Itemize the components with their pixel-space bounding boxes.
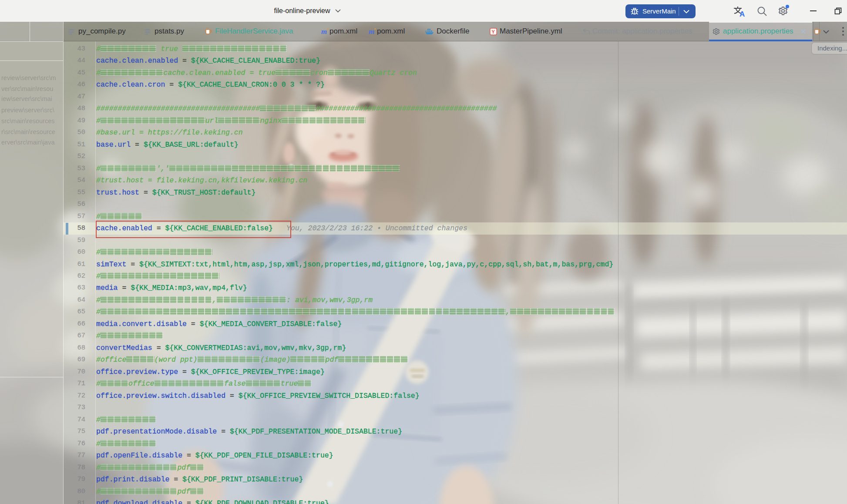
svg-text:m: m bbox=[369, 28, 374, 35]
svg-text:A: A bbox=[739, 10, 745, 17]
svg-text:Y: Y bbox=[492, 29, 495, 34]
svg-text:m: m bbox=[321, 28, 327, 35]
